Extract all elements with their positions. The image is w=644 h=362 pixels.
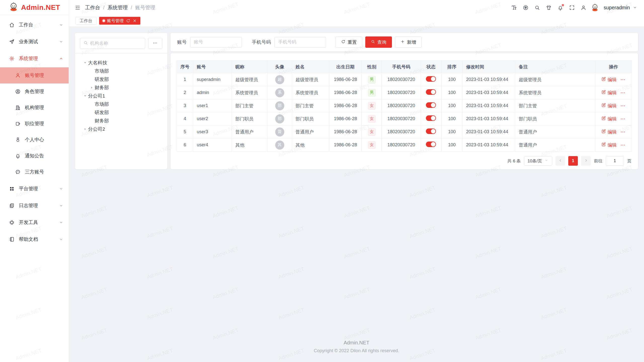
add-button[interactable]: 新增 [395,36,422,48]
tab-workbench[interactable]: 工作台 [75,17,97,25]
cell-account: user2 [193,112,232,125]
edit-button[interactable]: 编辑 [601,129,617,135]
tab-refresh-icon[interactable] [126,19,130,23]
caret-right-icon[interactable] [82,126,88,132]
tree-node-分公司2[interactable]: 分公司2 [80,125,162,133]
edit-icon [601,103,606,109]
tree-node-label: 研发部 [95,76,109,83]
menu-collapse-icon[interactable] [73,3,82,12]
tab-close-icon[interactable] [133,19,137,23]
current-page-button[interactable]: 1 [568,156,578,166]
next-page-button[interactable] [581,156,591,166]
cell-name: 部门主管 [292,99,329,112]
more-actions-button[interactable] [620,142,626,148]
tree-node-研发部[interactable]: 研发部 [80,75,162,83]
sidebar-item-职位管理[interactable]: 职位管理 [0,116,69,132]
user-icon[interactable] [579,3,588,12]
phone-input[interactable] [274,37,326,48]
caret-right-icon[interactable] [89,85,95,91]
tree-node-研发部[interactable]: 研发部 [80,108,162,117]
tree-node-市场部[interactable]: 市场部 [80,67,162,75]
ellipsis-icon [153,40,158,46]
topbar: 工作台 / 系统管理 / 账号管理 superadmin [69,0,644,15]
tree-node-财务部[interactable]: 财务部 [80,117,162,125]
edit-button[interactable]: 编辑 [601,77,617,83]
status-toggle[interactable] [426,128,436,134]
goto-label: 前往 [594,158,602,164]
org-search-input[interactable] [90,41,142,46]
chevron-right-icon [584,159,588,163]
sidebar-item-工作台[interactable]: 工作台 [0,17,69,33]
breadcrumb-workbench[interactable]: 工作台 [85,4,100,11]
sidebar-item-角色管理[interactable]: 角色管理 [0,83,69,100]
avatar[interactable] [590,3,599,12]
breadcrumb: 工作台 / 系统管理 / 账号管理 [85,4,155,11]
sidebar-item-通知公告[interactable]: 通知公告 [0,148,69,164]
more-actions-button[interactable] [620,90,626,96]
caret-placeholder [89,110,95,116]
caret-down-icon[interactable] [82,60,88,66]
goto-page-input[interactable] [606,156,624,166]
sidebar-item-日志管理[interactable]: 日志管理 [0,198,69,214]
logo[interactable]: Admin.NET [0,0,69,15]
row-actions: 编辑 [599,77,628,83]
tree-node-大名科技[interactable]: 大名科技 [80,59,162,67]
more-actions-button[interactable] [620,103,626,109]
more-actions-button[interactable] [620,129,626,135]
caret-down-icon[interactable] [82,93,88,99]
edit-button[interactable]: 编辑 [601,103,617,109]
sidebar-item-三方账号[interactable]: 三方账号 [0,164,69,180]
sidebar-item-个人中心[interactable]: 个人中心 [0,132,69,148]
edit-button[interactable]: 编辑 [601,116,617,122]
cell-order: 100 [441,73,462,86]
cell-birthdate: 1986-06-28 [329,125,361,139]
grid-icon [9,186,15,192]
global-search-icon[interactable] [533,3,542,12]
sidebar-item-开发工具[interactable]: 开发工具 [0,214,69,231]
chevron-down-icon [545,158,548,163]
home-icon [9,22,15,28]
reset-button[interactable]: 重置 [336,36,362,48]
cell-birthdate: 1986-06-28 [329,86,361,99]
edit-label: 编辑 [608,103,617,109]
cell-name: 其他 [292,139,329,152]
status-toggle[interactable] [426,89,436,95]
edit-button[interactable]: 编辑 [601,90,617,96]
search-button[interactable]: 查询 [365,36,392,48]
sidebar-item-平台管理[interactable]: 平台管理 [0,181,69,197]
chevron-down-icon[interactable] [633,6,637,10]
edit-button[interactable]: 编辑 [601,142,617,148]
theme-icon[interactable] [544,3,553,12]
accounts-table: 序号账号昵称头像姓名出生日期性别手机号码状态排序修改时间备注操作1superad… [177,60,632,152]
sidebar-item-帮助文档[interactable]: 帮助文档 [0,231,69,247]
sidebar-item-系统管理[interactable]: 系统管理 [0,51,69,67]
sidebar-item-label: 平台管理 [19,186,59,192]
more-actions-button[interactable] [620,116,626,122]
tree-node-label: 财务部 [95,84,109,91]
tree-more-button[interactable] [148,38,162,49]
cell-order: 100 [441,139,462,152]
status-toggle[interactable] [426,102,436,108]
status-toggle[interactable] [426,115,436,121]
sidebar-item-账号管理[interactable]: 账号管理 [0,67,69,83]
fullscreen-icon[interactable] [567,3,576,12]
more-actions-button[interactable] [620,77,626,82]
tree-node-市场部[interactable]: 市场部 [80,100,162,108]
language-icon[interactable] [521,3,530,12]
tree-node-分公司1[interactable]: 分公司1 [80,92,162,100]
account-input[interactable] [190,37,242,48]
tab-account-management[interactable]: 账号管理 [99,17,140,25]
sidebar-item-业务测试[interactable]: 业务测试 [0,34,69,50]
sidebar-item-机构管理[interactable]: 机构管理 [0,100,69,116]
font-size-icon[interactable] [509,3,518,12]
status-toggle[interactable] [426,76,436,82]
notification-bell-icon[interactable] [556,3,565,12]
status-toggle[interactable] [426,142,436,147]
breadcrumb-system[interactable]: 系统管理 [108,4,128,11]
avatar: 部 [275,101,284,110]
username[interactable]: superadmin [603,5,630,11]
prev-page-button[interactable] [555,156,565,166]
cell-phone: 18020030720 [382,125,421,139]
tree-node-财务部[interactable]: 财务部 [80,83,162,92]
page-size-select[interactable]: 10条/页 [524,156,552,166]
